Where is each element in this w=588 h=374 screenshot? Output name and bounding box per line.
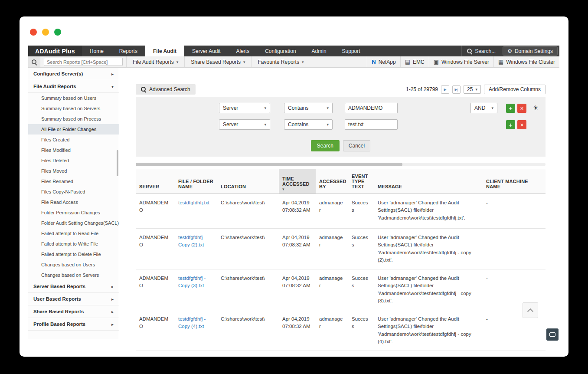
sidebar-item[interactable]: Failed attempt to Delete File (28, 249, 119, 259)
filter-value-input-2[interactable] (345, 119, 398, 130)
server-filter-label: EMC (413, 59, 425, 65)
sidebar-item[interactable]: Files Moved (28, 166, 119, 176)
nav-file-audit[interactable]: File Audit (145, 46, 184, 56)
next-page-button[interactable]: ▶ (441, 85, 449, 94)
nav-home[interactable]: Home (82, 46, 111, 56)
sidebar-item[interactable]: Changes based on Servers (28, 270, 119, 280)
filter-conjunction-select[interactable]: AND ▾ (470, 103, 497, 113)
top-navbar: ADAudit Plus Home Reports File Audit Ser… (28, 46, 559, 56)
section-label: Server Based Reports (33, 284, 85, 289)
nav-support[interactable]: Support (334, 46, 368, 56)
close-window-button[interactable] (30, 29, 37, 36)
remove-filter-button-2[interactable]: × (517, 120, 526, 129)
sidebar-item[interactable]: Folder Audit Setting Changes(SACL) (28, 218, 119, 228)
feedback-chat-button[interactable] (546, 328, 559, 341)
table-row: ADMANDEMO testdfgfdhfj - Copy (2).txt C:… (136, 229, 546, 269)
cell-accessed-by: admanager (316, 229, 348, 269)
server-filter-windows-file-cluster[interactable]: ▦ Windows File Cluster (493, 56, 559, 67)
sidebar-item[interactable]: Changes based on Users (28, 259, 119, 270)
main-content: Advanced Search 1-25 of 29799 ▶ ▶| 25 ▾ … (119, 68, 559, 339)
nav-admin[interactable]: Admin (304, 46, 334, 56)
report-search-input[interactable] (44, 58, 123, 66)
menu-label: File Audit Reports (133, 59, 174, 65)
nav-alerts[interactable]: Alerts (228, 46, 257, 56)
domain-settings-button[interactable]: ⚙ Domain Settings (503, 46, 558, 56)
sidebar-item[interactable]: Failed attempt to Write File (28, 239, 119, 249)
sidebar-section-configured-servers[interactable]: Configured Server(s) ▸ (28, 68, 119, 80)
column-header-time-accessed[interactable]: TIME ACCESSED ▾ (279, 169, 316, 194)
report-content: Advanced Search 1-25 of 29799 ▶ ▶| 25 ▾ … (136, 84, 546, 351)
sidebar-item[interactable]: Files Created (28, 135, 119, 145)
sidebar-item[interactable]: Summary based on Users (28, 93, 119, 103)
sidebar-item[interactable]: Files Modified (28, 145, 119, 155)
sidebar-item[interactable]: Summary based on Process (28, 114, 119, 124)
advanced-search-label: Advanced Search (149, 86, 190, 92)
nav-server-audit[interactable]: Server Audit (184, 46, 228, 56)
sidebar-item[interactable]: Folder Permission Changes (28, 207, 119, 218)
zoom-window-button[interactable] (54, 29, 61, 36)
column-header-file-folder-name[interactable]: FILE / FOLDER NAME (175, 169, 217, 194)
scroll-to-top-button[interactable] (523, 302, 538, 318)
search-button[interactable]: Search (311, 140, 340, 151)
add-filter-button-2[interactable]: + (506, 120, 515, 129)
column-header-location[interactable]: LOCATION (217, 169, 279, 194)
sidebar-section-server-based-reports[interactable]: Server Based Reports ▸ (28, 280, 119, 293)
sidebar-item[interactable]: Failed attempt to Read File (28, 228, 119, 239)
column-header-accessed-by[interactable]: ACCESSED BY (316, 169, 348, 194)
report-search-icon-button[interactable] (28, 56, 40, 67)
advanced-search-button[interactable]: Advanced Search (136, 84, 196, 95)
sidebar-scrollbar-thumb[interactable] (117, 150, 118, 176)
sidebar-section-profile-based-reports[interactable]: Profile Based Reports ▸ (28, 318, 119, 331)
highlight-sun-icon[interactable]: ☀ (533, 104, 539, 112)
sidebar-item[interactable]: Files Renamed (28, 176, 119, 187)
sidebar-item-all-file-or-folder-changes[interactable]: All File or Folder Changes (28, 124, 119, 135)
sidebar-item[interactable]: Summary based on Servers (28, 103, 119, 114)
search-icon (467, 49, 472, 54)
add-filter-button-1[interactable]: + (506, 104, 515, 113)
table-header: SERVER FILE / FOLDER NAME LOCATION TIME … (136, 169, 546, 194)
filter-value-input-1[interactable] (345, 103, 398, 113)
app-brand[interactable]: ADAudit Plus (28, 46, 82, 56)
last-page-button[interactable]: ▶| (452, 85, 461, 94)
filter-field-select-2[interactable]: Server ▾ (219, 119, 270, 130)
server-filter-netapp[interactable]: N NetApp (367, 56, 400, 67)
section-label: User Based Reports (33, 296, 81, 302)
minimize-window-button[interactable] (42, 29, 49, 36)
chevron-down-icon: ▾ (327, 106, 329, 110)
menu-favourite-reports[interactable]: Favourite Reports ▾ (252, 56, 310, 67)
reports-sidebar: Configured Server(s) ▸ File Audit Report… (28, 68, 119, 339)
sidebar-item[interactable]: Files Deleted (28, 155, 119, 166)
page-size-select[interactable]: 25 ▾ (464, 85, 481, 94)
filter-field-select-1[interactable]: Server ▾ (219, 103, 270, 113)
sidebar-section-share-based-reports[interactable]: Share Based Reports ▸ (28, 305, 119, 318)
server-filter-emc[interactable]: ▤ EMC (400, 56, 429, 67)
column-header-client-machine-name[interactable]: CLIENT MACHINE NAME (483, 169, 546, 194)
file-link[interactable]: testdfgfdhfj.txt (178, 200, 209, 205)
cell-event-type: Success (348, 310, 374, 351)
sidebar-section-file-audit-reports[interactable]: File Audit Reports ▾ (28, 80, 119, 93)
column-header-message[interactable]: MESSAGE (374, 169, 483, 194)
nav-configuration[interactable]: Configuration (257, 46, 304, 56)
filter-operator-select-2[interactable]: Contains ▾ (284, 119, 333, 130)
remove-filter-button-1[interactable]: × (517, 104, 526, 113)
sidebar-item[interactable]: Files Copy-N-Pasted (28, 187, 119, 197)
sidebar-section-user-based-reports[interactable]: User Based Reports ▸ (28, 293, 119, 305)
menu-share-based-reports[interactable]: Share Based Reports ▾ (184, 56, 251, 67)
server-filter-windows-file-server[interactable]: ▣ Windows File Server (429, 56, 493, 67)
screen: ADAudit Plus Home Reports File Audit Ser… (0, 0, 588, 374)
column-header-server[interactable]: SERVER (136, 169, 175, 194)
file-link[interactable]: testdfgfdhfj - Copy (2).txt (178, 235, 206, 247)
horizontal-scrollbar-thumb[interactable] (136, 163, 402, 166)
cell-client-machine: - (483, 194, 546, 228)
sidebar-item[interactable]: File Read Access (28, 197, 119, 207)
menu-file-audit-reports[interactable]: File Audit Reports ▾ (126, 56, 184, 67)
nav-reports[interactable]: Reports (111, 46, 145, 56)
add-remove-columns-button[interactable]: Add/Remove Columns (484, 85, 546, 94)
file-link[interactable]: testdfgfdhfj - Copy (3).txt (178, 276, 206, 288)
filter-operator-select-1[interactable]: Contains ▾ (284, 103, 333, 113)
horizontal-scrollbar[interactable] (136, 163, 546, 166)
global-search-button[interactable]: Search... (461, 46, 501, 56)
file-link[interactable]: testdfgfdhfj - Copy (4).txt (178, 316, 206, 329)
column-header-event-type-text[interactable]: EVENT TYPE TEXT (348, 169, 374, 194)
cancel-button[interactable]: Cancel (343, 140, 370, 151)
